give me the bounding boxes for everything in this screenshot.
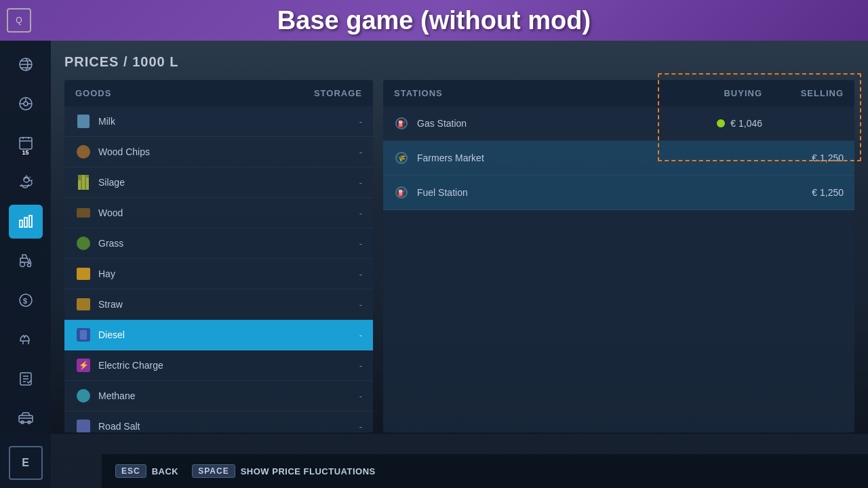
sidebar-item-vehicle[interactable] [9,401,43,435]
gas-station-buy-price: € 1,046 [730,118,762,129]
buying-column-header: BUYING [660,88,762,98]
goods-item-silage[interactable]: Silage - [64,167,373,198]
hay-label: Hay [98,268,359,279]
woodchips-label: Wood Chips [98,146,359,157]
hay-icon [75,266,92,282]
sidebar-item-money[interactable]: $ [9,283,43,317]
sidebar-item-animal[interactable] [9,323,43,357]
svg-rect-15 [24,218,27,227]
silage-label: Silage [98,177,359,188]
notes-icon [18,371,34,387]
woodchips-icon [75,144,92,160]
svg-rect-14 [20,220,22,227]
sidebar-item-wheel[interactable] [9,87,43,121]
sidebar-item-globe[interactable] [9,47,43,81]
sidebar-item-weather[interactable] [9,165,43,199]
gas-station-buying: € 1,046 [660,118,762,129]
farmers-market-selling: € 1,250 [762,152,844,163]
grass-icon [75,235,92,251]
electric-storage: - [359,361,362,371]
goods-list[interactable]: Milk - Wood Chips - [64,106,373,432]
diesel-storage: - [359,330,362,340]
fluctuations-label: SHOW PRICE FLUCTUATIONS [241,466,376,476]
e-key-label: E [22,457,29,469]
stations-panel: STATIONS BUYING SELLING ⛽ Gas Station € … [383,80,854,432]
station-item-fuel[interactable]: ⛽ Fuel Station € 1,250 [383,176,854,210]
panels-container: GOODS STORAGE Milk - [64,80,854,432]
sidebar-item-chart[interactable] [9,205,43,239]
diesel-label: Diesel [98,329,359,340]
svg-rect-6 [20,138,32,149]
fluctuations-hint: SPACE SHOW PRICE FLUCTUATIONS [192,464,375,478]
milk-icon [75,113,92,129]
svg-point-18 [27,264,31,267]
sidebar: 15 $ [0,41,51,488]
page-heading: Base game (without mod) [277,6,591,35]
back-label: BACK [152,466,179,476]
diesel-icon [75,327,92,343]
chart-icon [18,214,34,230]
tractor-icon [18,253,34,269]
sidebar-item-notes[interactable] [9,362,43,396]
goods-item-methane[interactable]: Methane - [64,381,373,411]
gas-station-name: Gas Station [417,118,660,129]
silage-icon [75,174,92,190]
methane-storage: - [359,391,362,401]
storage-column-header: STORAGE [314,88,362,98]
fuel-station-icon: ⛽ [394,185,409,200]
animal-icon [18,331,34,348]
electric-icon: ⚡ [75,357,92,373]
hay-storage: - [359,269,362,279]
grass-storage: - [359,239,362,249]
grass-label: Grass [98,238,359,249]
woodchips-storage: - [359,147,362,157]
svg-line-12 [30,177,31,178]
station-item-farmers[interactable]: 🌾 Farmers Market € 1,250 [383,141,854,176]
wood-icon [75,205,92,221]
straw-storage: - [359,300,362,310]
main-content: PRICES / 1000 L GOODS STORAGE Milk - [51,41,868,488]
background-scene: 15 $ [0,41,868,488]
goods-item-straw[interactable]: Straw - [64,289,373,320]
svg-text:$: $ [23,297,27,305]
goods-item-wood[interactable]: Wood - [64,198,373,228]
selling-column-header: SELLING [762,88,844,98]
goods-item-woodchips[interactable]: Wood Chips - [64,137,373,167]
goods-column-header: GOODS [75,88,314,98]
goods-panel-header: GOODS STORAGE [64,80,373,106]
fuel-station-name: Fuel Station [417,187,660,198]
milk-label: Milk [98,116,359,127]
goods-item-diesel[interactable]: Diesel - [64,320,373,350]
back-hint: ESC BACK [115,464,178,478]
methane-label: Methane [98,390,359,401]
station-item-gas[interactable]: ⛽ Gas Station € 1,046 [383,106,854,141]
vehicle-icon [18,410,34,426]
wood-storage: - [359,208,362,218]
straw-label: Straw [98,299,359,310]
straw-icon [75,296,92,312]
station-column-header: STATIONS [394,88,660,98]
silage-storage: - [359,178,362,188]
goods-item-electric[interactable]: ⚡ Electric Charge - [64,350,373,381]
sidebar-item-e[interactable]: E [9,446,43,480]
sidebar-item-calendar[interactable]: 15 [9,126,43,160]
sidebar-item-tractor[interactable] [9,244,43,278]
header-icon-label: Q [16,16,22,25]
goods-item-roadsalt[interactable]: Road Salt - [64,411,373,432]
money-icon: $ [18,292,34,308]
section-title: PRICES / 1000 L [64,54,854,70]
globe-icon [18,56,34,73]
weather-icon [18,174,34,190]
goods-panel: GOODS STORAGE Milk - [64,80,373,432]
bottom-bar: ESC BACK SPACE SHOW PRICE FLUCTUATIONS [102,454,868,488]
goods-item-grass[interactable]: Grass - [64,228,373,259]
wood-label: Wood [98,207,359,218]
svg-rect-16 [29,216,32,227]
goods-item-hay[interactable]: Hay - [64,259,373,289]
header-icon: Q [7,8,31,33]
goods-item-milk[interactable]: Milk - [64,106,373,137]
roadsalt-icon [75,418,92,432]
methane-icon [75,388,92,404]
electric-label: Electric Charge [98,360,359,371]
header: Q Base game (without mod) [0,0,868,41]
